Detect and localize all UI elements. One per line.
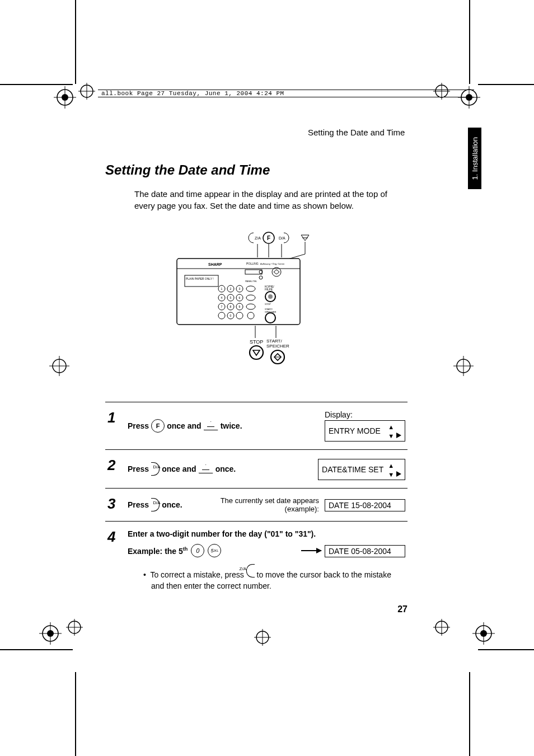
step-row: 2 Press D/A once and once. DATE&TIME SET… [105, 450, 407, 489]
crop-mark [75, 0, 76, 84]
section-tab: 1. Installation [468, 128, 481, 189]
section-tab-label: 1. Installation [471, 137, 479, 180]
crop-mark [75, 672, 76, 756]
crop-mark [469, 672, 470, 756]
svg-text:D/A: D/A [279, 236, 285, 240]
svg-text:HILFE: HILFE [265, 288, 273, 291]
svg-point-93 [250, 346, 263, 359]
step-row: 3 Press D/A once. The currently set date… [105, 489, 407, 522]
svg-text:STOP: STOP [265, 303, 271, 306]
svg-text:POLLING: POLLING [246, 262, 259, 265]
svg-text:2: 2 [230, 287, 232, 290]
svg-text:1: 1 [221, 287, 223, 290]
step-aside: The currently set date appears (example)… [188, 496, 319, 513]
registration-mark-icon [472, 622, 495, 645]
step-instruction: Press F once and twice. [128, 419, 242, 433]
step-number: 3 [107, 496, 120, 511]
registration-mark-icon [54, 86, 76, 109]
intro-paragraph: The date and time appear in the display … [134, 188, 407, 212]
da-key-icon: D/A [151, 462, 160, 476]
registration-mark-icon [49, 356, 69, 376]
fax-illustration: Z/A F D/A SHARP [172, 227, 340, 375]
lcd-readout: DATE 15-08-2004 [325, 499, 405, 511]
example-label: Example: the 5 [128, 546, 183, 555]
step-row: 1 Press F once and twice. Display: ENTRY… [105, 402, 407, 450]
down-key-icon [204, 421, 218, 430]
registration-mark-icon [39, 622, 62, 645]
step-instruction: Enter a two-digit number for the day ("0… [128, 529, 405, 538]
page-number: 27 [397, 604, 407, 614]
step-row: 4 Enter a two-digit number for the day (… [105, 522, 407, 600]
svg-text:SPEICHER: SPEICHER [266, 344, 289, 349]
svg-text:4: 4 [221, 296, 223, 299]
arrow-right-icon [301, 550, 321, 551]
running-head: Setting the Date and Time [308, 128, 405, 137]
svg-text:Auflösung • Orig.   Center: Auflösung • Orig. Center [260, 262, 285, 265]
stop-label: STOP [250, 339, 263, 345]
svg-text:START/: START/ [266, 339, 282, 344]
step-instruction: Press D/A once and once. [128, 462, 236, 476]
lcd-readout: ENTRY MODE ▲▼ [325, 420, 405, 442]
step-number: 1 [107, 410, 120, 425]
brand-label: SHARP [208, 262, 222, 266]
page-title: Setting the Date and Time [105, 162, 407, 178]
step-list: 1 Press F once and twice. Display: ENTRY… [105, 402, 407, 600]
step-number: 4 [107, 529, 120, 544]
step-instruction: Press D/A once. [128, 498, 182, 511]
registration-mark-icon [433, 619, 450, 636]
da-key-icon: D/A [151, 498, 160, 511]
svg-text:0: 0 [230, 314, 232, 317]
svg-text:8: 8 [230, 305, 232, 308]
crop-mark [478, 84, 534, 85]
za-key-icon: Z/A [246, 564, 255, 577]
source-file-strip: all.book Page 27 Tuesday, June 1, 2004 4… [98, 90, 474, 97]
svg-text:9: 9 [239, 305, 241, 308]
crop-mark [469, 0, 470, 84]
svg-point-86 [268, 294, 273, 299]
step-number: 2 [107, 458, 120, 472]
svg-text:6: 6 [239, 296, 241, 299]
svg-text:5: 5 [230, 296, 232, 299]
display-heading: Display: [325, 410, 405, 419]
key-label: Z/A [255, 236, 261, 240]
svg-text:PLAIN PAPER ONLY !: PLAIN PAPER ONLY ! [186, 277, 214, 280]
svg-text:PANEL/TEL: PANEL/TEL [245, 280, 257, 283]
registration-mark-icon [78, 83, 95, 100]
crop-mark [478, 649, 534, 650]
registration-mark-icon [66, 619, 83, 636]
digit-key-icon: 5JKL [208, 544, 221, 557]
correction-note: • To correct a mistake, press Z/A to mov… [143, 564, 405, 592]
crop-mark [0, 84, 73, 85]
svg-text:7: 7 [221, 305, 223, 308]
svg-text:3: 3 [239, 287, 241, 290]
function-key-icon: F [151, 419, 165, 433]
registration-mark-icon [254, 629, 271, 646]
registration-mark-icon [453, 356, 474, 376]
down-key-icon [199, 464, 213, 473]
svg-text:F: F [267, 235, 270, 241]
digit-key-icon: 0 [191, 544, 204, 557]
crop-mark [0, 649, 73, 650]
lcd-readout: DATE 05-08-2004 [325, 545, 405, 557]
lcd-readout: DATE&TIME SET ▲▼ [318, 459, 405, 480]
